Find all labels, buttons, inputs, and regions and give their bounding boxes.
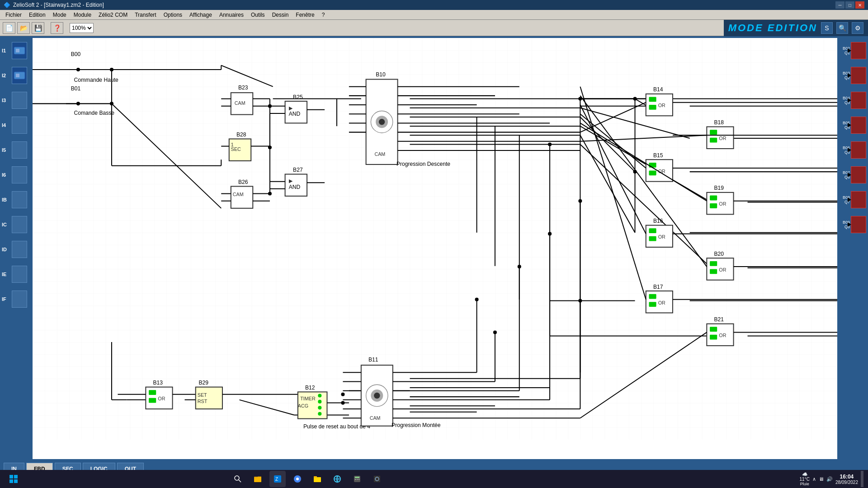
io-row-i1: I1	[0, 38, 31, 63]
io-block-ie[interactable]	[12, 266, 27, 283]
weather-temp: ☁️	[802, 472, 807, 477]
zoom-select[interactable]: 100% 75% 50% 150%	[70, 23, 94, 33]
svg-text:OR: OR	[158, 396, 165, 401]
svg-rect-139	[649, 105, 656, 110]
out-block-q6[interactable]	[851, 166, 866, 183]
out-row-q1: B02 Q1	[837, 38, 868, 63]
svg-text:B12: B12	[305, 385, 315, 391]
svg-text:▶: ▶	[289, 178, 293, 183]
clock-time: 16:04	[835, 474, 858, 480]
svg-point-61	[548, 143, 552, 146]
svg-point-8	[110, 68, 113, 71]
svg-rect-177	[649, 302, 656, 307]
io-block-i5[interactable]	[12, 141, 27, 159]
show-desktop-button[interactable]	[861, 471, 863, 487]
taskbar-calc-button[interactable]	[349, 471, 365, 487]
out-block-q2[interactable]	[851, 67, 866, 84]
svg-text:CAM: CAM	[235, 100, 245, 106]
system-tray: ☁️ 11°C Pluie ∧ 🖥 🔊 16:04 28/09/2022	[800, 471, 863, 487]
svg-text:B26: B26	[238, 179, 248, 185]
tray-expand[interactable]: ∧	[812, 476, 816, 482]
out-block-q3[interactable]	[851, 92, 866, 109]
minimize-button[interactable]: ─	[835, 1, 844, 9]
taskbar-app1-button[interactable]: Z	[269, 471, 286, 487]
io-row-i5: I5	[0, 137, 31, 162]
io-row-ie: IE	[0, 262, 31, 286]
svg-text:B14: B14	[653, 86, 663, 93]
out-block-q5[interactable]	[851, 141, 866, 159]
io-block-ib[interactable]	[12, 191, 27, 208]
save-button[interactable]: 💾	[32, 22, 44, 34]
svg-point-234	[548, 232, 552, 235]
svg-text:B28: B28	[236, 131, 246, 138]
menu-dessin[interactable]: Dessin	[269, 11, 292, 19]
svg-point-113	[268, 145, 272, 149]
menu-annuaires[interactable]: Annuaires	[216, 11, 247, 19]
menu-affichage[interactable]: Affichage	[186, 11, 216, 19]
svg-rect-188	[149, 390, 156, 395]
io-block-i3[interactable]	[12, 92, 27, 109]
menu-module[interactable]: Module	[70, 11, 95, 19]
io-block-i4[interactable]	[12, 117, 27, 134]
svg-point-204	[318, 406, 321, 409]
svg-point-91	[268, 104, 272, 108]
maximize-button[interactable]: □	[845, 1, 854, 9]
menu-outils[interactable]: Outils	[247, 11, 269, 19]
menu-fichier[interactable]: Fichier	[2, 11, 25, 19]
weather-desc: Pluie	[800, 482, 809, 486]
out-block-q8[interactable]	[851, 216, 866, 233]
menu-mode[interactable]: Mode	[49, 11, 70, 19]
taskbar-chrome-button[interactable]	[289, 471, 306, 487]
svg-text:Z: Z	[275, 477, 278, 482]
mode-icon-s[interactable]: S	[821, 22, 833, 34]
menu-zelio2com[interactable]: Zélio2 COM	[95, 11, 131, 19]
new-button[interactable]: 📄	[3, 22, 15, 34]
svg-text:CAM: CAM	[233, 192, 244, 197]
svg-text:B19: B19	[714, 185, 724, 191]
svg-point-119	[379, 119, 385, 125]
out-block-q1[interactable]	[851, 42, 866, 59]
out-block-q7[interactable]	[851, 191, 866, 208]
mode-icon-extra[interactable]: ⚙	[852, 22, 863, 34]
svg-point-202	[318, 394, 321, 397]
canvas-area[interactable]: B00 Commande Haute B01 Comande Basse B23…	[33, 38, 866, 459]
taskbar-search-button[interactable]	[230, 471, 246, 487]
svg-point-212	[374, 393, 380, 399]
io-block-id[interactable]	[12, 241, 27, 258]
out-block-q4[interactable]	[851, 117, 866, 134]
menu-help[interactable]: ?	[318, 11, 329, 19]
menu-transfert[interactable]: Transfert	[131, 11, 160, 19]
svg-rect-171	[710, 269, 717, 274]
svg-rect-1	[16, 49, 19, 52]
svg-point-267	[235, 476, 239, 480]
mode-icon-search[interactable]: 🔍	[836, 22, 848, 34]
start-button[interactable]	[5, 471, 23, 487]
io-block-i6[interactable]	[12, 166, 27, 183]
svg-rect-279	[355, 477, 359, 478]
toolbar: 📄 📂 💾 ❓ 100% 75% 50% 150% MODE EDITION S…	[0, 20, 868, 36]
svg-rect-189	[149, 398, 156, 403]
io-block-if[interactable]	[12, 291, 27, 308]
io-block-ic[interactable]	[12, 216, 27, 233]
taskbar-folder-button[interactable]	[309, 471, 326, 487]
taskbar-misc-button[interactable]	[369, 471, 385, 487]
taskbar: Z ☁️ 11°C Pluie ∧ 🖥 🔊 16:04	[0, 470, 868, 488]
svg-text:Commande Haute: Commande Haute	[74, 77, 119, 83]
taskbar-center: Z	[230, 471, 385, 487]
taskbar-browser-button[interactable]	[329, 471, 345, 487]
taskbar-files-button[interactable]	[250, 471, 266, 487]
menu-edition[interactable]: Edition	[25, 11, 49, 19]
svg-rect-165	[649, 236, 656, 241]
io-block-i1[interactable]	[12, 42, 27, 59]
help-button[interactable]: ❓	[51, 22, 63, 34]
menu-options[interactable]: Options	[160, 11, 186, 19]
io-block-i2[interactable]	[12, 67, 27, 84]
menu-fenetre[interactable]: Fenêtre	[292, 11, 318, 19]
tray-volume[interactable]: 🔊	[826, 476, 833, 482]
open-button[interactable]: 📂	[17, 22, 30, 34]
io-label-ie: IE	[2, 272, 10, 277]
svg-text:B27: B27	[293, 167, 303, 173]
svg-rect-138	[649, 97, 656, 102]
close-button[interactable]: ✕	[855, 1, 864, 9]
right-io-panel: B02 Q1 B03 Q2 B04 Q3 B05 Q4	[837, 36, 868, 461]
